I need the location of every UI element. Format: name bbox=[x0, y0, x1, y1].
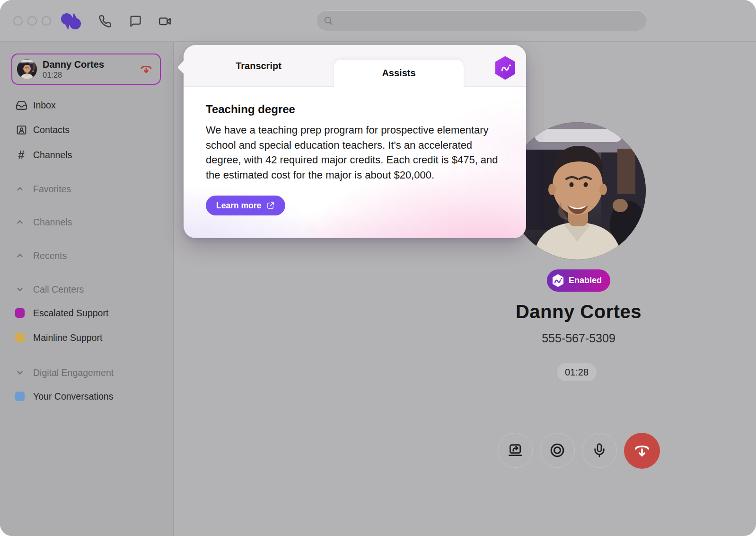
sidebar: Danny Cortes 01:28 Inbox bbox=[0, 42, 174, 536]
chevron-up-icon bbox=[16, 185, 24, 193]
active-call-card[interactable]: Danny Cortes 01:28 bbox=[11, 54, 161, 85]
section-label: Recents bbox=[33, 250, 67, 261]
external-link-icon bbox=[266, 201, 275, 210]
video-nav-icon[interactable] bbox=[158, 14, 173, 29]
sidebar-item-channels[interactable]: # Channels bbox=[0, 144, 173, 165]
active-call-name: Danny Cortes bbox=[43, 59, 139, 70]
section-label: Call Centers bbox=[33, 284, 84, 295]
sidebar-section-call-centers[interactable]: Call Centers bbox=[0, 279, 173, 300]
sidebar-item-label: Channels bbox=[33, 150, 72, 161]
conversation-label: Your Conversations bbox=[33, 391, 113, 402]
phone-nav-icon[interactable] bbox=[97, 14, 113, 29]
chevron-down-icon bbox=[16, 368, 24, 377]
search-icon bbox=[323, 16, 334, 26]
call-center-label: Mainline Support bbox=[33, 332, 102, 343]
tab-label: Assists bbox=[382, 68, 415, 79]
ai-assist-card: Transcript Assists Teaching degree We ha… bbox=[184, 45, 526, 238]
chevron-up-icon bbox=[16, 218, 24, 226]
callee-photo bbox=[509, 122, 646, 259]
ai-badge-label: Enabled bbox=[569, 276, 602, 286]
learn-more-button[interactable]: Learn more bbox=[206, 196, 285, 215]
sidebar-item-your-conversations[interactable]: Your Conversations bbox=[0, 386, 173, 407]
assist-body-text: We have a teaching prep program for pros… bbox=[206, 123, 509, 182]
share-screen-button[interactable] bbox=[498, 433, 533, 468]
mute-microphone-button[interactable] bbox=[582, 433, 617, 468]
inbox-icon bbox=[15, 99, 27, 111]
escalated-support-swatch bbox=[15, 308, 25, 318]
contacts-icon bbox=[15, 124, 27, 136]
dialpad-logo-icon bbox=[60, 14, 82, 29]
hangup-icon[interactable] bbox=[139, 62, 153, 76]
tab-label: Transcript bbox=[236, 61, 281, 71]
window-minimize-button[interactable] bbox=[27, 16, 37, 26]
messages-nav-icon[interactable] bbox=[128, 14, 143, 29]
end-call-button[interactable] bbox=[624, 433, 660, 469]
section-label: Favorites bbox=[33, 184, 71, 195]
assist-heading: Teaching degree bbox=[206, 103, 295, 116]
sidebar-item-inbox[interactable]: Inbox bbox=[0, 95, 173, 116]
record-button[interactable] bbox=[540, 433, 575, 468]
sidebar-section-recents[interactable]: Recents bbox=[0, 245, 173, 266]
caller-avatar bbox=[17, 59, 37, 79]
active-call-duration: 01:28 bbox=[43, 70, 139, 80]
hash-icon: # bbox=[15, 149, 27, 161]
sidebar-section-favorites[interactable]: Favorites bbox=[0, 179, 173, 199]
mainline-support-swatch bbox=[15, 333, 25, 342]
ai-enabled-badge: Enabled bbox=[547, 269, 610, 292]
section-label: Channels bbox=[33, 217, 72, 228]
tab-assists[interactable]: Assists bbox=[334, 59, 464, 87]
call-duration-pill: 01:28 bbox=[557, 363, 597, 381]
tab-transcript[interactable]: Transcript bbox=[184, 45, 334, 87]
search-bar[interactable] bbox=[316, 10, 647, 31]
sidebar-item-escalated-support[interactable]: Escalated Support bbox=[0, 303, 173, 323]
callee-phone-number: 555-567-5309 bbox=[484, 331, 673, 345]
top-bar bbox=[0, 0, 756, 42]
callee-name: Danny Cortes bbox=[484, 301, 673, 322]
chevron-down-icon bbox=[16, 285, 24, 294]
search-input[interactable] bbox=[337, 16, 631, 26]
learn-more-label: Learn more bbox=[216, 201, 261, 211]
sidebar-section-digital-engagement[interactable]: Digital Engagement bbox=[0, 362, 173, 383]
sidebar-item-label: Inbox bbox=[33, 100, 56, 111]
window-zoom-button[interactable] bbox=[42, 16, 51, 26]
chevron-up-icon bbox=[16, 251, 24, 260]
sidebar-section-channels[interactable]: Channels bbox=[0, 212, 173, 232]
app-window: Danny Cortes 01:28 Inbox bbox=[0, 0, 756, 536]
sidebar-item-mainline-support[interactable]: Mainline Support bbox=[0, 327, 173, 348]
your-conversations-swatch bbox=[15, 392, 25, 401]
window-close-button[interactable] bbox=[13, 16, 23, 26]
section-label: Digital Engagement bbox=[33, 367, 114, 378]
sidebar-item-contacts[interactable]: Contacts bbox=[0, 119, 173, 140]
ai-hexagon-icon bbox=[552, 274, 564, 287]
sidebar-item-label: Contacts bbox=[33, 125, 70, 135]
call-center-label: Escalated Support bbox=[33, 308, 108, 319]
ai-logo-hexagon-icon bbox=[494, 55, 517, 80]
